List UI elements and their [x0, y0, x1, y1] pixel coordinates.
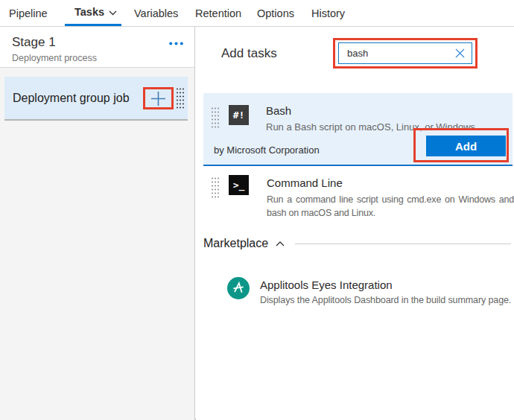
clear-search-icon[interactable]: [455, 48, 465, 58]
cmd-task-description: Run a command line script using cmd.exe …: [267, 193, 514, 220]
tab-retention[interactable]: Retention: [195, 0, 241, 26]
pipeline-tab-bar: Pipeline Tasks Variables Retention Optio…: [0, 0, 514, 27]
stage-header: Stage 1 Deployment process: [0, 27, 194, 68]
stages-sidebar: Stage 1 Deployment process Deployment gr…: [0, 27, 195, 420]
tab-pipeline-label: Pipeline: [9, 7, 48, 19]
job-drag-handle-icon[interactable]: [176, 87, 184, 109]
stage-title: Stage 1: [12, 35, 56, 50]
search-input[interactable]: bash: [338, 42, 472, 64]
tab-history-label: History: [311, 7, 345, 19]
marketplace-section-header: Marketplace: [203, 238, 511, 249]
bash-task-icon: #!: [229, 105, 249, 125]
applitools-title: Applitools Eyes Integration: [260, 279, 393, 291]
bash-task-title: Bash: [266, 104, 291, 117]
cmd-task-title: Command Line: [267, 176, 343, 189]
bash-task-publisher: by Microsoft Corporation: [214, 144, 320, 156]
marketplace-divider: [295, 244, 511, 244]
release-pipeline-tasks-page: Pipeline Tasks Variables Retention Optio…: [0, 0, 514, 420]
tab-variables[interactable]: Variables: [134, 0, 178, 26]
tab-pipeline[interactable]: Pipeline: [9, 0, 48, 26]
stage-menu-ellipsis-icon[interactable]: [169, 42, 183, 45]
tab-tasks[interactable]: Tasks: [65, 0, 121, 26]
add-task-plus-icon[interactable]: [150, 91, 166, 106]
bash-drag-handle-icon[interactable]: [211, 106, 219, 128]
chevron-down-icon: [109, 10, 117, 16]
tab-tasks-label: Tasks: [74, 6, 104, 18]
marketplace-label: Marketplace: [203, 237, 268, 250]
cmd-drag-handle-icon[interactable]: [211, 176, 219, 198]
task-row-bash[interactable]: #! Bash Run a Bash script on macOS, Linu…: [203, 93, 513, 166]
tab-variables-label: Variables: [134, 7, 178, 19]
applitools-description: Displays the Applitools Dashboard in the…: [260, 295, 511, 305]
tab-options[interactable]: Options: [257, 0, 294, 26]
add-tasks-panel: Add tasks bash #! Bash Run a Bash script…: [196, 27, 514, 420]
applitools-icon: [227, 277, 250, 299]
annotation-add-task-highlight: [143, 87, 174, 109]
stage-subtitle: Deployment process: [12, 53, 97, 63]
tab-retention-label: Retention: [195, 7, 241, 19]
add-bash-task-button[interactable]: Add: [426, 136, 506, 156]
tab-options-label: Options: [257, 7, 294, 19]
job-label: Deployment group job: [13, 92, 130, 105]
annotation-search-highlight: bash: [333, 38, 477, 69]
deployment-group-job-card[interactable]: Deployment group job: [4, 77, 188, 119]
tab-history[interactable]: History: [311, 0, 345, 26]
search-value: bash: [347, 48, 455, 59]
cmd-task-icon: >_: [229, 175, 249, 195]
annotation-add-button-highlight: Add: [413, 128, 509, 162]
add-tasks-heading: Add tasks: [221, 46, 277, 61]
collapse-marketplace-icon[interactable]: [276, 241, 285, 246]
